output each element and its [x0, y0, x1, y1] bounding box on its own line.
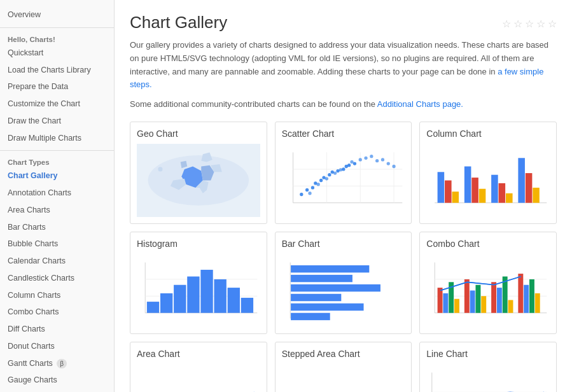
chart-grid: Geo Chart — [130, 122, 557, 392]
star-3[interactable]: ☆ — [525, 18, 534, 30]
svg-point-29 — [364, 157, 367, 160]
chart-card-histogram[interactable]: Histogram — [130, 232, 267, 334]
svg-rect-71 — [438, 288, 443, 313]
svg-rect-52 — [147, 302, 159, 313]
chart-canvas-bar — [282, 254, 405, 327]
star-rating[interactable]: ☆ ☆ ☆ ☆ ☆ — [502, 18, 557, 30]
svg-rect-57 — [214, 279, 226, 313]
svg-point-23 — [316, 183, 319, 186]
sidebar-item-diff[interactable]: Diff Charts — [0, 321, 114, 338]
svg-rect-40 — [472, 178, 479, 203]
chart-card-combo[interactable]: Combo Chart — [419, 232, 557, 334]
sidebar-item-gantt[interactable]: Gantt Charts β — [0, 355, 114, 372]
chart-card-geo[interactable]: Geo Chart — [130, 122, 267, 224]
svg-point-27 — [350, 160, 353, 164]
sidebar-item-draw-multiple[interactable]: Draw Multiple Charts — [0, 130, 114, 147]
star-2[interactable]: ☆ — [513, 18, 522, 30]
svg-point-34 — [392, 165, 395, 168]
svg-rect-86 — [535, 293, 540, 313]
svg-point-18 — [342, 167, 345, 171]
sidebar-item-draw[interactable]: Draw the Chart — [0, 113, 114, 130]
sidebar-section-chart-types: Chart Types — [0, 155, 114, 167]
sidebar-item-bubble[interactable]: Bubble Charts — [0, 235, 114, 253]
chart-card-line[interactable]: Line Chart — [419, 342, 557, 392]
chart-canvas-histogram — [137, 254, 260, 327]
sidebar-item-geo[interactable]: GeoCharts — [0, 389, 114, 392]
svg-rect-53 — [160, 293, 172, 313]
gantt-badge: β — [57, 359, 67, 368]
sidebar-item-gauge[interactable]: Gauge Charts — [0, 372, 114, 389]
star-5[interactable]: ☆ — [548, 18, 557, 30]
chart-title-column: Column Chart — [426, 129, 550, 139]
description-2: Some additional community-contributed ch… — [130, 98, 556, 111]
sidebar-item-calendar[interactable]: Calendar Charts — [0, 253, 114, 270]
svg-rect-62 — [291, 275, 352, 282]
svg-rect-37 — [445, 180, 452, 202]
chart-title-combo: Combo Chart — [426, 239, 550, 249]
svg-rect-84 — [524, 285, 529, 313]
svg-rect-58 — [228, 288, 240, 313]
chart-card-column[interactable]: Column Chart — [419, 122, 557, 224]
sidebar-item-candlestick[interactable]: Candlestick Charts — [0, 270, 114, 287]
sidebar-item-donut[interactable]: Donut Charts — [0, 338, 114, 355]
description-1: Our gallery provides a variety of charts… — [130, 39, 556, 92]
svg-rect-46 — [526, 173, 533, 203]
svg-rect-77 — [476, 285, 481, 313]
chart-card-stepped[interactable]: Stepped Area Chart — [275, 342, 412, 392]
chart-canvas-line — [426, 364, 550, 392]
svg-point-24 — [324, 177, 328, 180]
additional-charts-link[interactable]: Additional Charts page. — [377, 99, 463, 109]
svg-rect-72 — [443, 293, 449, 313]
sidebar-item-overview[interactable]: Overview — [0, 6, 114, 24]
svg-point-9 — [300, 193, 303, 196]
svg-rect-55 — [187, 276, 199, 312]
svg-rect-38 — [452, 192, 459, 203]
svg-point-21 — [352, 162, 356, 165]
svg-point-20 — [347, 164, 351, 167]
svg-point-11 — [310, 186, 314, 189]
svg-rect-43 — [499, 183, 506, 203]
svg-rect-42 — [491, 175, 498, 203]
svg-rect-41 — [479, 189, 486, 203]
svg-point-28 — [358, 158, 361, 161]
svg-rect-54 — [174, 285, 186, 313]
svg-rect-75 — [464, 279, 470, 313]
chart-card-area[interactable]: Area Chart — [130, 342, 267, 392]
chart-title-bar: Bar Chart — [282, 239, 405, 249]
chart-card-bar[interactable]: Bar Chart — [275, 232, 412, 334]
svg-rect-85 — [529, 279, 534, 313]
sidebar-item-area[interactable]: Area Charts — [0, 202, 114, 219]
sidebar-item-prepare[interactable]: Prepare the Data — [0, 78, 114, 95]
sidebar-item-annotation[interactable]: Annotation Charts — [0, 185, 114, 202]
chart-card-scatter[interactable]: Scatter Chart — [275, 122, 412, 224]
svg-rect-78 — [482, 296, 487, 312]
svg-rect-83 — [519, 274, 524, 313]
svg-point-25 — [333, 171, 337, 174]
sidebar-item-combo[interactable]: Combo Charts — [0, 304, 114, 321]
star-1[interactable]: ☆ — [502, 18, 511, 30]
svg-rect-44 — [506, 193, 513, 203]
svg-point-13 — [319, 179, 323, 182]
page-title: Chart Gallery — [130, 13, 227, 32]
svg-rect-56 — [200, 270, 213, 313]
star-4[interactable]: ☆ — [536, 18, 545, 30]
sidebar-group-hello: Hello, Charts! — [0, 32, 114, 45]
svg-rect-47 — [533, 188, 540, 203]
svg-point-26 — [338, 168, 342, 171]
main-content: Chart Gallery ☆ ☆ ☆ ☆ ☆ Our gallery prov… — [115, 0, 572, 392]
chart-title-scatter: Scatter Chart — [282, 129, 405, 139]
svg-rect-82 — [508, 300, 513, 312]
svg-rect-59 — [241, 298, 253, 313]
sidebar-item-chart-gallery[interactable]: Chart Gallery — [0, 167, 114, 185]
svg-point-10 — [305, 188, 309, 192]
chart-canvas-geo — [137, 144, 260, 217]
svg-point-22 — [308, 192, 311, 195]
sidebar-item-quickstart[interactable]: Quickstart — [0, 45, 114, 62]
svg-rect-76 — [470, 290, 475, 312]
sidebar-item-column[interactable]: Column Charts — [0, 287, 114, 304]
svg-rect-80 — [497, 288, 502, 313]
sidebar-item-load[interactable]: Load the Charts Library — [0, 62, 114, 79]
sidebar-item-bar[interactable]: Bar Charts — [0, 219, 114, 236]
sidebar-item-customize[interactable]: Customize the Chart — [0, 95, 114, 113]
svg-rect-45 — [519, 158, 526, 202]
